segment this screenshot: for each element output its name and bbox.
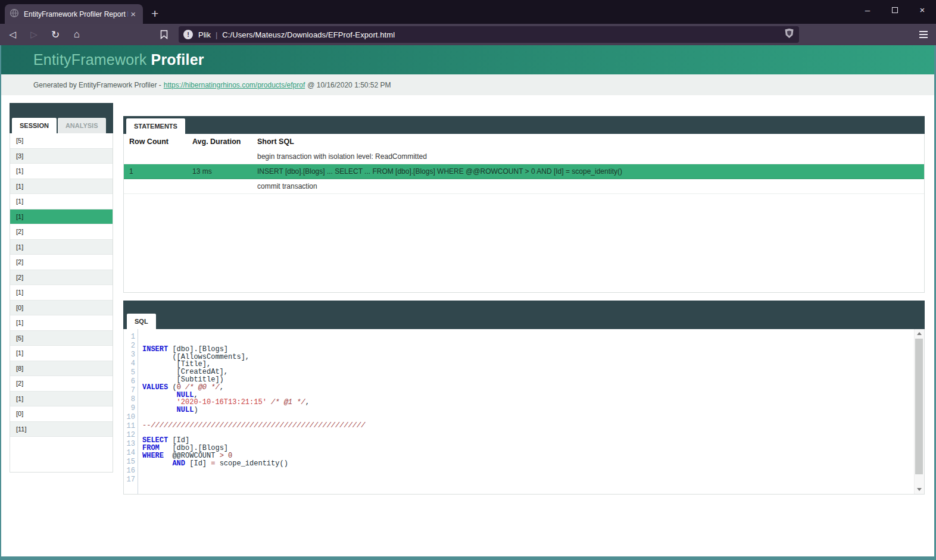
efprof-link[interactable]: https://hibernatingrhinos.com/products/e…	[164, 81, 305, 89]
scroll-up-icon[interactable]	[915, 329, 924, 338]
browser-toolbar: ◁ ▷ ↻ ⌂ ! Plik | C:/Users/Mateusz/Downlo…	[0, 24, 936, 45]
line-number-gutter: 1234567891011121314151617	[124, 329, 138, 494]
brave-shield-icon[interactable]	[784, 28, 794, 41]
sql-editor: 1234567891011121314151617 INSERT [dbo].[…	[123, 329, 925, 495]
generated-timestamp: @ 10/16/2020 1:50:52 PM	[307, 81, 391, 89]
session-item[interactable]: [1]	[10, 315, 113, 331]
tab-session[interactable]: SESSION	[12, 118, 57, 133]
url-text[interactable]: C:/Users/Mateusz/Downloads/EFProf-Export…	[222, 30, 779, 39]
tab-close-icon[interactable]: ×	[128, 9, 138, 19]
maximize-icon	[892, 7, 898, 13]
line-number: 2	[124, 342, 135, 351]
close-window-button[interactable]: ×	[909, 0, 936, 20]
line-number: 9	[124, 404, 135, 413]
back-button[interactable]: ◁	[4, 27, 21, 42]
menu-button[interactable]	[919, 31, 928, 38]
url-separator: |	[216, 30, 217, 39]
line-number: 5	[124, 368, 135, 377]
maximize-button[interactable]	[881, 0, 909, 20]
code-line: VALUES (0 /* @0 */,	[142, 384, 914, 392]
reload-button[interactable]: ↻	[46, 27, 64, 42]
vertical-scrollbar[interactable]	[914, 329, 924, 494]
session-item[interactable]: [1]	[10, 194, 113, 209]
code-line: INSERT [dbo].[Blogs]	[142, 346, 914, 353]
page-info-icon[interactable]: !	[183, 30, 193, 39]
report-content: SESSION ANALYSIS [5][3][1][1][1][1][2][1…	[1, 95, 934, 556]
statements-header-row: Row Count Avg. Duration Short SQL	[124, 134, 924, 149]
line-number: 15	[124, 458, 135, 467]
tab-analysis[interactable]: ANALYSIS	[58, 118, 106, 133]
statements-tab-bar: STATEMENTS	[123, 116, 925, 134]
session-item[interactable]: [2]	[10, 255, 113, 270]
home-button[interactable]: ⌂	[68, 27, 86, 42]
code-line: [Subtitle])	[142, 376, 914, 384]
url-bar[interactable]: ! Plik | C:/Users/Mateusz/Downloads/EFPr…	[179, 26, 799, 43]
sidebar-tab-bar: SESSION ANALYSIS	[10, 103, 113, 133]
page-header: EntityFrameworkProfiler	[1, 45, 934, 74]
scroll-down-icon[interactable]	[915, 485, 924, 494]
minimize-button[interactable]: –	[854, 0, 881, 20]
tab-title: EntityFramework Profiler Report Ex	[24, 10, 128, 18]
bookmark-icon[interactable]	[155, 27, 173, 42]
col-short-sql: Short SQL	[257, 137, 924, 146]
session-item[interactable]: [1]	[10, 164, 113, 179]
session-item[interactable]: [2]	[10, 224, 113, 240]
session-item[interactable]: [0]	[10, 406, 113, 422]
scrollbar-thumb[interactable]	[915, 339, 923, 474]
session-item[interactable]: [1]	[10, 209, 113, 225]
code-line: ([AllowsComments],	[142, 353, 914, 361]
url-scheme-label: Plik	[198, 30, 211, 39]
code-line: [CreatedAt],	[142, 368, 914, 376]
statement-row[interactable]: begin transaction with isolation level: …	[124, 149, 924, 164]
col-row-count: Row Count	[129, 137, 192, 146]
sql-panel: SQL 1234567891011121314151617 INSERT [db…	[123, 301, 925, 495]
browser-tab[interactable]: EntityFramework Profiler Report Ex ×	[5, 4, 143, 24]
code-line: NULL)	[142, 406, 914, 414]
forward-button[interactable]: ▷	[25, 27, 43, 42]
session-item[interactable]: [2]	[10, 270, 113, 286]
browser-window: EntityFramework Profiler Report Ex × + –…	[0, 0, 936, 560]
code-line: SELECT [Id]	[142, 437, 914, 445]
col-avg-duration: Avg. Duration	[192, 137, 257, 146]
session-item[interactable]: [1]	[10, 346, 113, 361]
brand-entityframework: EntityFramework	[33, 51, 147, 68]
code-line: AND [Id] = scope_identity()	[142, 460, 914, 468]
globe-favicon-icon	[10, 8, 19, 20]
line-number: 11	[124, 422, 135, 431]
generated-by-bar: Generated by EntityFramework Profiler - …	[1, 74, 934, 95]
session-item[interactable]: [1]	[10, 392, 113, 407]
statement-row[interactable]: 113 msINSERT [dbo].[Blogs] ... SELECT ..…	[124, 164, 924, 179]
session-item[interactable]: [3]	[10, 149, 113, 164]
line-number: 8	[124, 395, 135, 404]
code-line: '2020-10-16T13:21:15' /* @1 */,	[142, 399, 914, 406]
statement-row[interactable]: commit transaction	[124, 179, 924, 194]
line-number: 7	[124, 386, 135, 395]
line-number: 6	[124, 377, 135, 386]
new-tab-button[interactable]: +	[151, 7, 158, 20]
generated-by-text: Generated by EntityFramework Profiler -	[33, 81, 161, 89]
session-item[interactable]: [11]	[10, 422, 113, 437]
session-item[interactable]: [1]	[10, 179, 113, 195]
brand-profiler: Profiler	[151, 51, 204, 68]
statements-panel: STATEMENTS Row Count Avg. Duration Short…	[123, 116, 925, 293]
sql-code: INSERT [dbo].[Blogs] ([AllowsComments], …	[138, 329, 914, 494]
code-line	[142, 338, 914, 346]
session-item[interactable]: [2]	[10, 376, 113, 392]
session-item[interactable]: [1]	[10, 240, 113, 255]
line-number: 3	[124, 351, 135, 359]
tab-statements[interactable]: STATEMENTS	[126, 118, 185, 134]
session-item[interactable]: [0]	[10, 301, 113, 316]
session-item[interactable]: [8]	[10, 361, 113, 377]
session-item[interactable]: [5]	[10, 331, 113, 346]
sql-tab-bar: SQL	[123, 301, 925, 329]
tab-sql[interactable]: SQL	[127, 314, 156, 329]
statements-rows: begin transaction with isolation level: …	[124, 149, 924, 194]
session-item[interactable]: [1]	[10, 285, 113, 301]
line-number: 4	[124, 359, 135, 368]
page: EntityFrameworkProfiler Generated by Ent…	[0, 45, 936, 560]
session-sidebar: SESSION ANALYSIS [5][3][1][1][1][1][2][1…	[10, 103, 113, 473]
window-controls: – ×	[854, 0, 936, 20]
session-item[interactable]: [5]	[10, 133, 113, 149]
code-line: FROM [dbo].[Blogs]	[142, 445, 914, 452]
line-number: 10	[124, 413, 135, 422]
